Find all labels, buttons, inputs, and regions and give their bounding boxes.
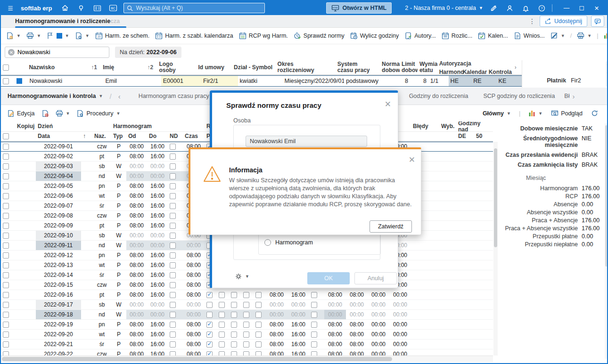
- tabs-scroll-right-icon[interactable]: ›: [572, 92, 575, 100]
- tabs-scroll-left-icon[interactable]: ‹: [118, 92, 121, 100]
- tab-godziny-do-rozliczenia[interactable]: Godziny do rozliczenia: [402, 88, 476, 105]
- employee-filter-input[interactable]: [17, 49, 98, 56]
- more-options-icon[interactable]: ⋮: [529, 17, 536, 25]
- checkbox-rcb[interactable]: [311, 341, 317, 348]
- checkbox-sel[interactable]: [3, 322, 9, 328]
- checkbox-sel[interactable]: [3, 302, 9, 308]
- checkbox-pru[interactable]: [219, 312, 225, 318]
- checkbox-c3[interactable]: [231, 292, 237, 298]
- help-icon[interactable]: ?: [536, 3, 547, 13]
- checkbox-nd[interactable]: [170, 173, 176, 179]
- checkbox-rcb[interactable]: [311, 332, 317, 338]
- maximize-button[interactable]: ☐: [575, 3, 588, 13]
- checkbox-nd[interactable]: [170, 154, 176, 160]
- cancel-button[interactable]: Anuluj: [354, 272, 397, 284]
- select-all-checkbox[interactable]: [3, 65, 9, 71]
- checkbox-sel[interactable]: [3, 272, 9, 278]
- close-button[interactable]: ✕: [590, 3, 603, 13]
- checkbox-c5[interactable]: [255, 351, 262, 356]
- checkbox-sel[interactable]: [3, 312, 9, 318]
- checkbox-nd[interactable]: [170, 183, 176, 189]
- toolbar-button-harm-z-szabl-kalendarza[interactable]: Harm. z szabl. kalendarza: [153, 30, 236, 42]
- checkbox-c4[interactable]: [243, 312, 249, 318]
- checkbox-sel[interactable]: [3, 163, 9, 170]
- minimize-button[interactable]: —: [560, 3, 573, 13]
- hamburger-menu-icon[interactable]: ☰: [5, 3, 16, 13]
- lightbulb-icon[interactable]: [75, 3, 87, 13]
- checkbox-nd[interactable]: [170, 302, 176, 308]
- checkbox-pr[interactable]: [206, 351, 213, 356]
- checkbox-rcb[interactable]: [311, 292, 317, 298]
- dialog-settings-button[interactable]: ▼: [235, 273, 249, 280]
- share-button[interactable]: Udostępnij: [540, 16, 587, 27]
- checkbox-nd[interactable]: [170, 203, 176, 209]
- bc-icon[interactable]: BC: [107, 3, 119, 13]
- tab-scp-godziny[interactable]: SCP godziny do rozliczenia: [476, 88, 562, 105]
- checkbox-rcb[interactable]: [311, 312, 317, 318]
- toolbar-button-chart-bars[interactable]: ▼: [601, 30, 608, 42]
- checkbox-sel[interactable]: [3, 144, 9, 150]
- checkbox-c5[interactable]: [255, 312, 262, 318]
- checkbox-sel[interactable]: [3, 154, 9, 160]
- checkbox-nd[interactable]: [170, 243, 176, 249]
- checkbox-nd[interactable]: [170, 272, 176, 278]
- checkbox-sel[interactable]: [3, 183, 9, 189]
- company-selector[interactable]: 2 - Nasza firma 0 - centrala ▼: [405, 5, 483, 11]
- checkbox-pr[interactable]: [206, 312, 213, 318]
- checkbox-pr[interactable]: [206, 322, 213, 328]
- schedule-row-2022-09-17[interactable]: 2022-09-17sbW00:0000:0000:0000:0000:0000…: [1, 300, 493, 310]
- schedule-row-2022-09-22[interactable]: 2022-09-22czwP08:0016:0008:0008:0016:000…: [1, 349, 493, 356]
- checkbox-c3[interactable]: [231, 332, 237, 338]
- checkbox-nd[interactable]: [170, 252, 176, 259]
- close-icon[interactable]: ✕: [409, 155, 415, 165]
- search-input[interactable]: [136, 5, 249, 11]
- clear-filter-icon[interactable]: ✕: [8, 49, 15, 56]
- checkbox-c5[interactable]: [255, 332, 262, 338]
- checkbox-nd[interactable]: [170, 332, 176, 338]
- checkbox-sel[interactable]: [3, 282, 9, 288]
- checkbox-nd[interactable]: [170, 223, 176, 229]
- refresh-button[interactable]: [589, 107, 600, 120]
- toolbar-button-autory[interactable]: Autory...: [402, 30, 438, 42]
- checkbox-c4[interactable]: [243, 351, 249, 356]
- feedback-button[interactable]: [591, 16, 604, 27]
- chart-button[interactable]: ▼: [526, 107, 545, 120]
- checkbox-sel[interactable]: [3, 233, 9, 239]
- grid-vertical-scrollbar[interactable]: [493, 142, 498, 356]
- global-search[interactable]: [123, 3, 265, 13]
- toolbar-button-flag[interactable]: ▼: [44, 30, 72, 42]
- toolbar-button-sprawdź-normy[interactable]: Sprawdź normy: [291, 30, 347, 42]
- toolbar-button-wnios[interactable]: Wnios...: [511, 30, 547, 42]
- checkbox-c5[interactable]: [255, 292, 262, 298]
- checkbox-pr[interactable]: [206, 302, 213, 308]
- toolbar-button-print-export[interactable]: ▼: [575, 30, 594, 42]
- toolbar-button-new-document[interactable]: ▼: [4, 30, 23, 42]
- checkbox-sel[interactable]: [3, 262, 9, 268]
- checkbox-nd[interactable]: [170, 292, 176, 298]
- bell-icon[interactable]: [520, 3, 531, 13]
- checkbox-pru[interactable]: [219, 332, 225, 338]
- checkbox-sel[interactable]: [3, 243, 9, 249]
- checkbox-nd[interactable]: [170, 233, 176, 239]
- checkbox-c3[interactable]: [231, 351, 237, 356]
- open-in-html-button[interactable]: HTML Otwórz w HTML: [326, 2, 392, 14]
- checkbox-pr[interactable]: [206, 292, 213, 298]
- checkbox-c5[interactable]: [255, 302, 262, 308]
- select-all-checkbox[interactable]: [3, 133, 9, 139]
- checkbox-rcb[interactable]: [311, 351, 317, 356]
- checkbox-c5[interactable]: [255, 341, 262, 348]
- toolbar-button-rcp-wg-harm[interactable]: RCP wg Harm.: [237, 30, 290, 42]
- scrollbar-thumb[interactable]: [605, 125, 608, 267]
- checkbox-sel[interactable]: [3, 351, 9, 356]
- checkbox-c5[interactable]: [255, 322, 262, 328]
- horizontal-scrollbar[interactable]: [1, 356, 493, 362]
- date-filter-chip[interactable]: Na dzień: 2022-09-06: [115, 47, 181, 58]
- checkbox-c3[interactable]: [231, 312, 237, 318]
- checkbox-nd[interactable]: [170, 193, 176, 199]
- checkbox-c3[interactable]: [231, 322, 237, 328]
- checkbox-sel[interactable]: [3, 223, 9, 229]
- checkbox-nd[interactable]: [170, 282, 176, 288]
- harmonogram-radio[interactable]: [264, 239, 271, 246]
- row-checkbox[interactable]: [3, 78, 9, 84]
- home-icon[interactable]: [59, 3, 71, 13]
